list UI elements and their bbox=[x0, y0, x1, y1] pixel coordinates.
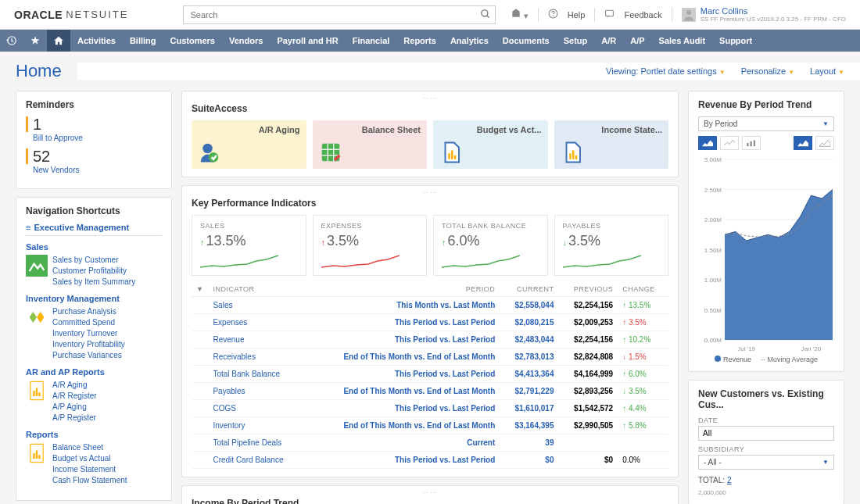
shortcut-link[interactable]: A/R Aging bbox=[52, 380, 97, 391]
svg-rect-4 bbox=[606, 10, 614, 16]
table-header[interactable]: CURRENT bbox=[500, 282, 558, 297]
table-row[interactable]: SalesThis Month vs. Last Month$2,558,044… bbox=[192, 297, 668, 314]
kpi-card-label: PAYABLES bbox=[563, 222, 661, 230]
viewing-selector[interactable]: Viewing: Portlet date settings▼ bbox=[606, 66, 726, 76]
nav-activities[interactable]: Activities bbox=[70, 30, 123, 52]
svg-point-3 bbox=[553, 16, 554, 16]
shortcut-link[interactable]: Budget vs Actual bbox=[52, 453, 127, 464]
nav-payroll-and-hr[interactable]: Payroll and HR bbox=[270, 30, 345, 52]
subsidiary-select[interactable]: - All -▼ bbox=[698, 455, 834, 470]
reminder-link[interactable]: New Vendors bbox=[26, 166, 162, 174]
table-row[interactable]: ExpensesThis Period vs. Last Period$2,08… bbox=[192, 314, 668, 331]
shortcut-link[interactable]: Purchase Analysis bbox=[52, 306, 125, 317]
nav-vendors[interactable]: Vendors bbox=[222, 30, 270, 52]
shortcut-link[interactable]: Customer Profitability bbox=[52, 266, 135, 277]
history-icon[interactable] bbox=[0, 30, 23, 52]
svg-rect-9 bbox=[36, 388, 38, 397]
star-icon[interactable] bbox=[23, 30, 47, 52]
bar-chart-icon[interactable] bbox=[742, 136, 761, 150]
period-selector[interactable]: By Period▼ bbox=[698, 116, 834, 131]
drag-handle-icon[interactable]: ⋯⋯ bbox=[192, 95, 668, 102]
suiteaccess-tile[interactable]: A/R Aging bbox=[192, 120, 306, 169]
reminder-count: 52 bbox=[26, 148, 162, 164]
nav-analytics[interactable]: Analytics bbox=[443, 30, 496, 52]
nav-a-p[interactable]: A/P bbox=[623, 30, 651, 52]
svg-rect-6 bbox=[26, 255, 48, 277]
nav-reports[interactable]: Reports bbox=[396, 30, 443, 52]
shortcut-group-head[interactable]: Inventory Management bbox=[26, 294, 162, 303]
nav-financial[interactable]: Financial bbox=[346, 30, 397, 52]
help-link[interactable]: Help bbox=[568, 10, 586, 20]
layout-link[interactable]: Layout▼ bbox=[810, 66, 844, 76]
shortcut-group-head[interactable]: AR and AP Reports bbox=[26, 367, 162, 377]
kpi-card[interactable]: SALES↑13.5% bbox=[192, 215, 306, 276]
notifications-icon[interactable]: ▾ bbox=[511, 8, 529, 21]
table-row[interactable]: Total Bank BalanceThis Period vs. Last P… bbox=[192, 366, 668, 383]
table-row[interactable]: Credit Card BalanceThis Period vs. Last … bbox=[192, 452, 668, 469]
table-row[interactable]: PayablesEnd of This Month vs. End of Las… bbox=[192, 383, 668, 400]
kpi-card[interactable]: EXPENSES↑3.5% bbox=[313, 215, 428, 276]
shortcut-link[interactable]: A/R Register bbox=[52, 391, 97, 402]
shortcut-link[interactable]: Inventory Turnover bbox=[52, 328, 125, 339]
nav-customers[interactable]: Customers bbox=[163, 30, 222, 52]
shortcuts-title: Navigation Shortcuts bbox=[26, 206, 162, 216]
drag-handle-icon[interactable]: ⋯⋯ bbox=[192, 489, 668, 496]
area-chart-icon[interactable] bbox=[698, 136, 717, 150]
solid-style-icon[interactable] bbox=[794, 136, 812, 150]
table-row[interactable]: InventoryEnd of This Month vs. End of La… bbox=[192, 417, 668, 434]
shortcut-link[interactable]: Cash Flow Statement bbox=[52, 475, 127, 486]
outline-style-icon[interactable] bbox=[815, 136, 834, 150]
shortcut-link[interactable]: Income Statement bbox=[52, 464, 127, 475]
svg-rect-14 bbox=[38, 455, 40, 459]
drag-handle-icon[interactable]: ⋯⋯ bbox=[192, 189, 668, 196]
shortcut-link[interactable]: Sales by Customer bbox=[52, 255, 135, 266]
shortcut-group-head[interactable]: Reports bbox=[26, 430, 162, 439]
brand-logo: ORACLE NETSUITE bbox=[14, 9, 128, 21]
personalize-link[interactable]: Personalize▼ bbox=[741, 66, 794, 76]
table-header[interactable]: CHANGE bbox=[618, 282, 668, 297]
svg-point-0 bbox=[482, 9, 488, 16]
table-header[interactable]: PERIOD bbox=[305, 282, 500, 297]
exec-management-link[interactable]: ≡ Executive Management bbox=[26, 223, 162, 236]
shortcut-link[interactable]: Balance Sheet bbox=[52, 442, 127, 453]
home-icon[interactable] bbox=[47, 30, 70, 52]
search-input[interactable] bbox=[183, 5, 496, 24]
nav-documents[interactable]: Documents bbox=[496, 30, 557, 52]
shortcut-group-head[interactable]: Sales bbox=[26, 242, 162, 252]
suiteaccess-tile[interactable]: Income State... bbox=[554, 120, 669, 169]
user-menu[interactable]: Marc Collins SS FF Premium US v2019.2.0 … bbox=[682, 6, 846, 23]
table-header[interactable]: INDICATOR bbox=[208, 282, 305, 297]
shortcut-link[interactable]: Sales by Item Summary bbox=[52, 277, 135, 288]
kpi-card[interactable]: TOTAL BANK BALANCE↑6.0% bbox=[433, 215, 548, 276]
suiteaccess-tile[interactable]: Balance Sheet bbox=[313, 120, 428, 169]
help-icon[interactable] bbox=[548, 9, 558, 20]
shortcut-link[interactable]: Committed Spend bbox=[52, 317, 125, 328]
nav-setup[interactable]: Setup bbox=[557, 30, 595, 52]
search-icon[interactable] bbox=[480, 9, 491, 23]
table-row[interactable]: RevenueThis Period vs. Last Period$2,483… bbox=[192, 331, 668, 349]
table-row[interactable]: COGSThis Period vs. Last Period$1,610,01… bbox=[192, 400, 668, 417]
kpi-card[interactable]: PAYABLES↓3.5% bbox=[554, 215, 669, 276]
revenue-chart: 0.00M0.50M1.00M1.50M2.00M2.50M3.00MJul '… bbox=[698, 155, 834, 354]
line-chart-icon[interactable] bbox=[720, 136, 739, 150]
suiteaccess-tile[interactable]: Budget vs Act... bbox=[433, 120, 548, 169]
svg-rect-22 bbox=[448, 153, 450, 159]
reminder-link[interactable]: Bill to Approve bbox=[26, 134, 162, 142]
nav-billing[interactable]: Billing bbox=[123, 30, 163, 52]
feedback-link[interactable]: Feedback bbox=[624, 10, 661, 20]
table-header[interactable]: PREVIOUS bbox=[558, 282, 618, 297]
nav-support[interactable]: Support bbox=[712, 30, 759, 52]
table-row[interactable]: ReceivablesEnd of This Month vs. End of … bbox=[192, 349, 668, 366]
svg-text:2.00M: 2.00M bbox=[704, 216, 722, 223]
nav-sales-audit[interactable]: Sales Audit bbox=[652, 30, 713, 52]
shortcut-link[interactable]: Inventory Profitability bbox=[52, 339, 125, 350]
shortcut-link[interactable]: A/P Register bbox=[52, 413, 97, 424]
total-link[interactable]: 2 bbox=[727, 476, 732, 484]
table-row[interactable]: Total Pipeline DealsCurrent39 bbox=[192, 434, 668, 452]
shortcut-link[interactable]: A/P Aging bbox=[52, 402, 97, 413]
kpi-card-label: EXPENSES bbox=[321, 222, 419, 230]
date-input[interactable] bbox=[698, 426, 834, 441]
feedback-icon[interactable] bbox=[604, 9, 615, 20]
nav-a-r[interactable]: A/R bbox=[594, 30, 623, 52]
shortcut-link[interactable]: Purchase Variances bbox=[52, 350, 125, 361]
